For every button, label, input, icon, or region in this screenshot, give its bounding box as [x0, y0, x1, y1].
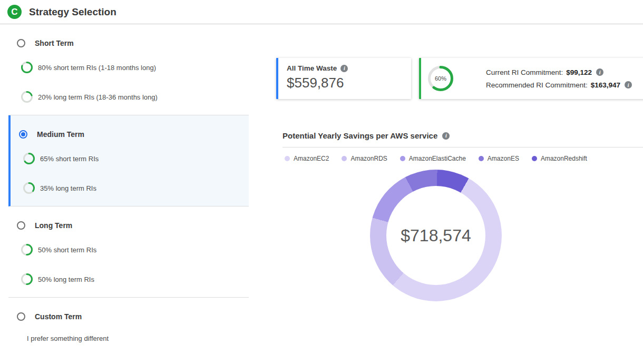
legend-dot-icon: [285, 156, 290, 161]
info-icon[interactable]: i: [442, 132, 450, 140]
page-title: Strategy Selection: [29, 6, 116, 18]
strategy-label: Short Term: [35, 39, 74, 47]
strategy-label: Custom Term: [35, 312, 82, 321]
legend-item: AmazonRedshift: [532, 155, 587, 162]
radio-medium-term[interactable]: [19, 130, 27, 139]
current-commitment-line: Current RI Commitment: $99,122 i: [486, 68, 632, 76]
legend-item: AmazonES: [479, 155, 519, 162]
strategy-label: Long Term: [35, 221, 72, 230]
custom-term-description: I prefer something different: [27, 335, 249, 342]
allocation-item: 80% short term RIs (1-18 months long): [21, 61, 249, 74]
allocation-item: 50% short term RIs: [21, 243, 249, 256]
legend-label: AmazonEC2: [294, 155, 329, 162]
strategy-section-medium-term[interactable]: Medium Term 65% short term RIs 35% long …: [8, 115, 249, 206]
recommended-commitment-label: Recommended RI Commitment:: [486, 81, 588, 89]
radio-custom-term[interactable]: [17, 312, 25, 321]
commitment-lines: Current RI Commitment: $99,122 i Recomme…: [486, 68, 632, 89]
legend-label: AmazonES: [488, 155, 519, 162]
current-commitment-value: $99,122: [566, 68, 592, 76]
allocation-label: 20% long term RIs (18-36 months long): [38, 93, 158, 101]
app-logo-icon: C: [7, 5, 22, 19]
info-icon[interactable]: i: [625, 81, 632, 88]
strategy-section-short-term[interactable]: Short Term 80% short term RIs (1-18 mont…: [8, 24, 249, 115]
allocation-ring-icon: [23, 182, 35, 194]
legend-dot-icon: [342, 156, 347, 161]
strategy-head[interactable]: Custom Term: [17, 312, 249, 321]
current-commitment-label: Current RI Commitment:: [486, 68, 563, 76]
commitment-gauge: 60%: [428, 66, 453, 91]
recommended-commitment-line: Recommended RI Commitment: $163,947 i: [486, 81, 632, 89]
allocation-ring-icon: [21, 62, 33, 73]
waste-value: $559,876: [287, 75, 403, 91]
radio-long-term[interactable]: [17, 221, 25, 230]
allocation-item: 65% short term RIs: [23, 152, 249, 165]
strategy-section-long-term[interactable]: Long Term 50% short term RIs 50% long te…: [8, 206, 249, 298]
donut-total: $718,574: [401, 226, 471, 245]
legend-item: AmazonRDS: [342, 155, 387, 162]
allocation-item: 35% long term RIs: [23, 182, 249, 194]
legend-item: AmazonElastiCache: [400, 155, 466, 162]
donut-hole: $718,574: [386, 186, 485, 285]
allocation-label: 35% long term RIs: [40, 184, 96, 192]
legend-dot-icon: [400, 156, 405, 161]
savings-chart-section: Potential Yearly Savings per AWS service…: [282, 131, 643, 301]
allocation-label: 50% short term RIs: [38, 246, 96, 254]
info-icon[interactable]: i: [340, 65, 348, 72]
legend-label: AmazonElastiCache: [409, 155, 466, 162]
chart-title: Potential Yearly Savings per AWS service: [282, 131, 437, 140]
strategy-head[interactable]: Short Term: [17, 39, 249, 47]
allocation-ring-icon: [21, 244, 33, 255]
strategy-label: Medium Term: [37, 130, 84, 139]
allocation-ring-icon: [21, 91, 33, 103]
allocation-ring-icon: [23, 153, 35, 164]
chart-legend: AmazonEC2AmazonRDSAmazonElastiCacheAmazo…: [282, 155, 589, 162]
strategy-head[interactable]: Medium Term: [19, 130, 249, 139]
recommended-commitment-value: $163,947: [591, 81, 620, 89]
legend-dot-icon: [479, 156, 484, 161]
all-time-waste-card: All Time Waste i $559,876: [276, 58, 411, 99]
legend-label: AmazonRedshift: [541, 155, 587, 162]
allocation-label: 50% long term RIs: [38, 276, 94, 283]
info-icon[interactable]: i: [596, 68, 603, 76]
strategy-section-custom-term[interactable]: Custom Term I prefer something different: [8, 298, 249, 354]
strategy-panel: Short Term 80% short term RIs (1-18 mont…: [8, 24, 249, 354]
strategy-selection-page: C Strategy Selection Short Term 80% shor…: [0, 0, 643, 364]
allocation-ring-icon: [21, 273, 33, 285]
allocation-label: 65% short term RIs: [40, 155, 99, 163]
gauge-percent-label: 60%: [428, 66, 453, 91]
page-header: C Strategy Selection: [0, 0, 643, 24]
allocation-item: 20% long term RIs (18-36 months long): [21, 91, 249, 103]
legend-item: AmazonEC2: [285, 155, 329, 162]
allocation-label: 80% short term RIs (1-18 months long): [38, 64, 156, 72]
ri-commitment-card: 60% Current RI Commitment: $99,122 i Rec…: [419, 58, 643, 99]
strategy-head[interactable]: Long Term: [17, 221, 249, 230]
chart-title-row: Potential Yearly Savings per AWS service…: [282, 131, 643, 147]
legend-label: AmazonRDS: [350, 155, 387, 162]
allocation-item: 50% long term RIs: [21, 273, 249, 286]
donut-chart: $718,574: [370, 170, 502, 301]
waste-card-title: All Time Waste: [287, 64, 337, 72]
radio-short-term[interactable]: [17, 39, 25, 47]
chart-area: AmazonEC2AmazonRDSAmazonElastiCacheAmazo…: [282, 155, 589, 301]
legend-dot-icon: [532, 156, 537, 161]
